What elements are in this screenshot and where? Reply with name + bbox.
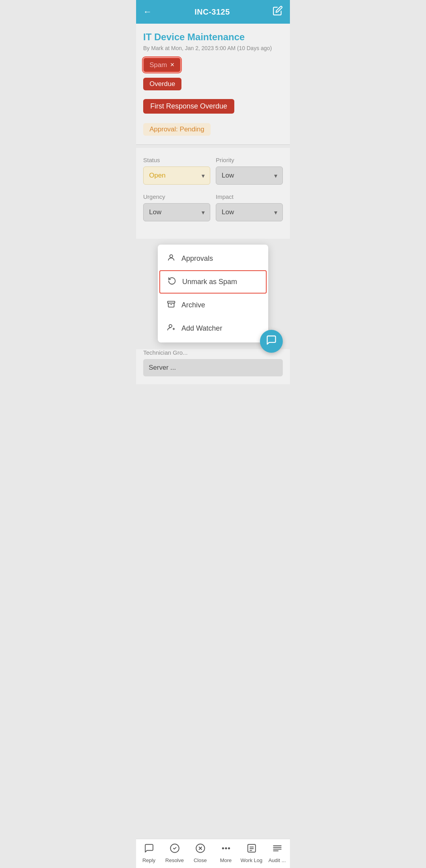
approvals-icon — [166, 253, 176, 264]
spam-tag-label: Spam — [149, 61, 167, 69]
status-field: Status Open — [143, 157, 210, 185]
technician-label: Technician Gro... — [143, 349, 283, 356]
technician-input[interactable]: Server ... — [143, 359, 283, 376]
overdue-tag[interactable]: Overdue — [143, 78, 181, 90]
urgency-select-wrapper[interactable]: Low — [143, 203, 210, 221]
dropdown-archive[interactable]: Archive — [158, 294, 268, 317]
incident-title: IT Device Maintenance — [143, 32, 283, 43]
dropdown-approvals-label: Approvals — [181, 254, 213, 263]
back-button[interactable]: ← — [143, 7, 152, 17]
chat-fab[interactable] — [260, 330, 283, 353]
dropdown-add-watcher-label: Add Watcher — [181, 324, 222, 333]
unmark-spam-icon — [167, 277, 177, 287]
spam-tag[interactable]: Spam × — [143, 58, 181, 72]
dropdown-unmark-spam-label: Unmark as Spam — [182, 278, 237, 286]
svg-point-0 — [170, 255, 172, 258]
approval-tag[interactable]: Approval: Pending — [143, 123, 211, 136]
impact-select[interactable]: Low — [216, 203, 283, 221]
dropdown-archive-label: Archive — [181, 301, 205, 309]
status-priority-row: Status Open Priority Low — [143, 157, 283, 185]
priority-select-wrapper[interactable]: Low — [216, 166, 283, 185]
svg-point-3 — [169, 325, 172, 327]
incident-card: IT Device Maintenance By Mark at Mon, Ja… — [136, 24, 290, 145]
status-select-wrapper[interactable]: Open — [143, 166, 210, 185]
dropdown-add-watcher[interactable]: Add Watcher — [158, 317, 268, 340]
impact-field: Impact Low — [216, 193, 283, 221]
spam-tag-close[interactable]: × — [170, 61, 174, 69]
technician-section: Technician Gro... Server ... — [136, 349, 290, 384]
chat-fab-icon — [266, 335, 277, 348]
dropdown-unmark-spam[interactable]: Unmark as Spam — [159, 270, 267, 294]
priority-label: Priority — [216, 157, 283, 163]
dropdown-approvals[interactable]: Approvals — [158, 247, 268, 270]
fields-section: Status Open Priority Low Urgency Low Imp… — [136, 148, 290, 239]
urgency-label: Urgency — [143, 193, 210, 200]
dropdown-menu: Approvals Unmark as Spam Archive — [158, 245, 268, 342]
header-title: INC-3125 — [194, 7, 230, 17]
first-response-tag[interactable]: First Response Overdue — [143, 99, 234, 114]
urgency-select[interactable]: Low — [143, 203, 210, 221]
tags-container: Spam × — [143, 58, 283, 77]
priority-select[interactable]: Low — [216, 166, 283, 185]
urgency-impact-row: Urgency Low Impact Low — [143, 193, 283, 221]
status-select[interactable]: Open — [143, 166, 210, 185]
priority-field: Priority Low — [216, 157, 283, 185]
urgency-field: Urgency Low — [143, 193, 210, 221]
incident-meta: By Mark at Mon, Jan 2, 2023 5:00 AM (10 … — [143, 45, 283, 51]
add-watcher-icon — [166, 323, 176, 334]
status-label: Status — [143, 157, 210, 163]
app-header: ← INC-3125 — [136, 0, 290, 24]
impact-select-wrapper[interactable]: Low — [216, 203, 283, 221]
edit-button[interactable] — [273, 6, 283, 18]
impact-label: Impact — [216, 193, 283, 200]
svg-rect-1 — [168, 301, 175, 303]
archive-icon — [166, 300, 176, 311]
